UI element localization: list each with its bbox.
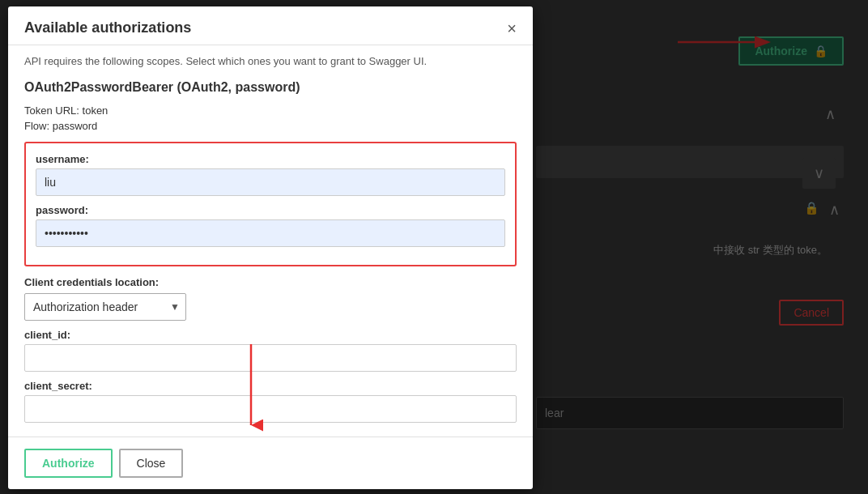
scope-description: API requires the following scopes. Selec… <box>24 55 517 67</box>
client-id-label: client_id: <box>24 329 517 341</box>
auth-header-select-wrapper: Authorization header Request body ▼ <box>24 293 186 321</box>
modal-close-button[interactable]: × <box>507 20 517 36</box>
username-label: username: <box>36 153 505 165</box>
client-secret-label: client_secret: <box>24 380 517 392</box>
username-group: username: <box>36 153 505 196</box>
modal-header: Available authorizations × <box>8 6 533 45</box>
modal-body: API requires the following scopes. Selec… <box>8 45 533 437</box>
client-cred-group: Client credentials location: Authorizati… <box>24 276 517 321</box>
client-secret-group: client_secret: <box>24 380 517 423</box>
client-id-input[interactable] <box>24 344 517 372</box>
authorize-button[interactable]: Authorize <box>24 449 113 478</box>
client-cred-select[interactable]: Authorization header Request body <box>24 293 186 321</box>
password-input[interactable] <box>36 219 505 247</box>
password-group: password: <box>36 204 505 247</box>
username-input[interactable] <box>36 168 505 196</box>
modal-footer: Authorize Close <box>8 437 533 489</box>
client-cred-label: Client credentials location: <box>24 276 517 288</box>
token-url-row: Token URL: token <box>24 104 517 117</box>
modal-title: Available authorizations <box>24 19 191 36</box>
client-id-group: client_id: <box>24 329 517 372</box>
flow-row: Flow: password <box>24 120 517 132</box>
credentials-section: username: password: <box>24 142 517 266</box>
close-modal-button[interactable]: Close <box>119 449 184 478</box>
auth-modal: Available authorizations × API requires … <box>8 6 533 489</box>
password-label: password: <box>36 204 505 216</box>
oauth-section-title: OAuth2PasswordBearer (OAuth2, password) <box>24 80 517 95</box>
client-secret-input[interactable] <box>24 395 517 423</box>
